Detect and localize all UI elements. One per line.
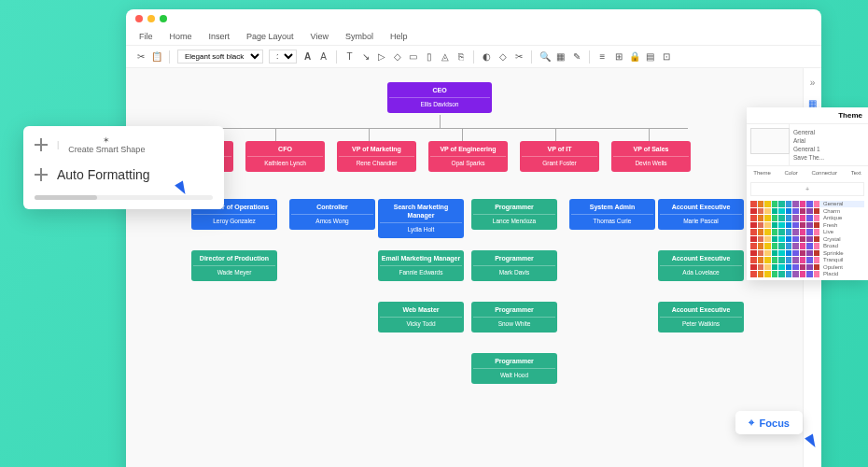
palette-broad[interactable]: Broad: [750, 243, 864, 249]
node-search-marketing-manager[interactable]: Search Marketing ManagerLydia Holt: [378, 199, 464, 238]
palette-antique[interactable]: Antique: [750, 215, 864, 221]
palette-opulent[interactable]: Opulent: [750, 264, 864, 271]
node-title: Programmer: [473, 254, 555, 262]
format-slider[interactable]: [35, 195, 213, 200]
node-programmer[interactable]: ProgrammerMark Davis: [471, 250, 557, 281]
node-name: Kathleen Lynch: [247, 156, 323, 167]
min-dot[interactable]: [147, 15, 155, 22]
palette-crystal[interactable]: Crystal: [750, 236, 864, 243]
pen-icon[interactable]: ✎: [571, 51, 581, 62]
shape-icon[interactable]: ◇: [392, 51, 402, 62]
palette-charm[interactable]: Charm: [750, 208, 864, 215]
node-name: Peter Watkins: [660, 317, 742, 328]
node-account-executive[interactable]: Account ExecutiveAda Lovelace: [658, 250, 744, 281]
theme-thumb[interactable]: [750, 128, 790, 154]
font-select[interactable]: Elegant soft black: [177, 50, 263, 64]
node-programmer[interactable]: ProgrammerSnow White: [471, 302, 557, 333]
grid-icon[interactable]: ▦: [555, 51, 566, 62]
font-color-icon[interactable]: A: [318, 51, 329, 62]
menu-view[interactable]: View: [311, 32, 329, 41]
align-icon[interactable]: ≡: [597, 51, 608, 62]
node-name: Lydia Holt: [380, 222, 462, 234]
menu-pagelayout[interactable]: Page Layout: [246, 32, 294, 41]
node-programmer[interactable]: ProgrammerWalt Hood: [471, 353, 557, 384]
tab-text[interactable]: Text: [851, 170, 861, 176]
titlebar: [126, 9, 821, 28]
menu-file[interactable]: File: [139, 32, 153, 41]
bold-icon[interactable]: A: [302, 51, 313, 62]
palette-sprinkle[interactable]: Sprinkle: [750, 250, 864, 257]
menu-symbol[interactable]: Symbol: [345, 32, 373, 41]
pointer-icon[interactable]: ▷: [376, 51, 386, 62]
close-dot[interactable]: [135, 15, 143, 22]
node-vp-of-it[interactable]: VP of ITGrant Foster: [520, 141, 599, 172]
connector-icon[interactable]: ↘: [360, 51, 371, 62]
theme-options: General Arial General 1 Save The...: [790, 124, 868, 165]
spark-icon-2: [35, 168, 48, 181]
node-title: Search Marketing Manager: [380, 203, 462, 219]
note-icon[interactable]: ◬: [440, 51, 450, 62]
menu-help[interactable]: Help: [390, 32, 408, 41]
image-icon[interactable]: ▭: [408, 51, 418, 62]
canvas[interactable]: CEO Ellis Davidson COOGonzalezCFOKathlee…: [126, 68, 821, 467]
more-icon[interactable]: ⊡: [661, 51, 671, 62]
text-icon[interactable]: T: [344, 51, 355, 62]
link-icon[interactable]: ⎘: [455, 51, 466, 62]
node-email-marketing-manager[interactable]: Email Marketing ManagerFannie Edwards: [378, 250, 464, 281]
node-account-executive[interactable]: Account ExecutivePeter Watkins: [658, 302, 744, 333]
node-vp-of-engineering[interactable]: VP of EngineeringOpal Sparks: [428, 141, 508, 172]
node-name: Grant Foster: [522, 156, 597, 167]
node-name: Lance Mendoza: [473, 214, 555, 225]
node-programmer[interactable]: ProgrammerLance Mendoza: [471, 199, 557, 230]
menu-insert[interactable]: Insert: [209, 32, 231, 41]
node-title: Account Executive: [660, 305, 742, 314]
node-name: Vicky Todd: [380, 317, 462, 328]
fill-icon[interactable]: ◐: [482, 51, 492, 62]
node-title: Account Executive: [660, 254, 742, 262]
node-name: Walt Hood: [473, 368, 555, 379]
tab-connector[interactable]: Connector: [811, 170, 837, 176]
menu-home[interactable]: Home: [170, 32, 192, 41]
node-name: Mark Davis: [473, 265, 555, 276]
node-account-executive[interactable]: Account ExecutiveMarie Pascal: [658, 199, 744, 230]
create-smart-shape-btn[interactable]: ✶Create Smart Shape: [68, 135, 145, 154]
tab-theme[interactable]: Theme: [753, 170, 771, 176]
node-system-admin[interactable]: System AdminThomas Curie: [569, 199, 655, 230]
node-title: CEO: [389, 86, 490, 94]
paste-icon[interactable]: 📋: [151, 51, 161, 62]
tab-color[interactable]: Color: [785, 170, 798, 176]
node-title: VP of Marketing: [339, 145, 414, 153]
crop-icon[interactable]: ✂: [513, 51, 524, 62]
layer-icon[interactable]: ▤: [645, 51, 655, 62]
lock-icon[interactable]: 🔒: [629, 51, 639, 62]
node-name: Wade Meyer: [193, 265, 275, 276]
node-title: CFO: [247, 145, 323, 153]
group-icon[interactable]: ⊞: [613, 51, 623, 62]
sb-expand-icon[interactable]: »: [806, 76, 819, 89]
node-vp-of-marketing[interactable]: VP of MarketingRene Chandler: [337, 141, 416, 172]
auto-formatting-btn[interactable]: Auto Formatting: [57, 167, 150, 182]
node-controller[interactable]: ControllerAmos Wong: [289, 199, 375, 230]
node-ceo[interactable]: CEO Ellis Davidson: [387, 82, 492, 113]
add-palette-btn[interactable]: +: [750, 182, 864, 196]
palette-fresh[interactable]: Fresh: [750, 222, 864, 229]
palette-placid[interactable]: Placid: [750, 271, 864, 277]
zoom-icon[interactable]: 🔍: [539, 51, 550, 62]
node-director-of-production[interactable]: Director of ProductionWade Meyer: [191, 250, 277, 281]
node-title: System Admin: [571, 203, 653, 211]
line-icon[interactable]: ◇: [497, 51, 508, 62]
node-web-master[interactable]: Web MasterVicky Todd: [378, 302, 464, 333]
focus-button[interactable]: ⌖ Focus: [735, 411, 803, 434]
size-select[interactable]: 12: [269, 50, 297, 64]
node-vp-of-sales[interactable]: VP of SalesDevin Wells: [611, 141, 691, 172]
auto-format-popup: | ✶Create Smart Shape Auto Formatting: [23, 126, 224, 209]
palette-general[interactable]: General: [750, 201, 864, 207]
chart-icon[interactable]: ▯: [424, 51, 434, 62]
max-dot[interactable]: [160, 15, 167, 22]
palette-tranquil[interactable]: Tranquil: [750, 257, 864, 263]
cut-icon[interactable]: ✂: [135, 51, 146, 62]
palette-live[interactable]: Live: [750, 229, 864, 235]
node-name: Marie Pascal: [660, 214, 742, 225]
node-name: Opal Sparks: [430, 156, 506, 167]
node-cfo[interactable]: CFOKathleen Lynch: [245, 141, 325, 172]
